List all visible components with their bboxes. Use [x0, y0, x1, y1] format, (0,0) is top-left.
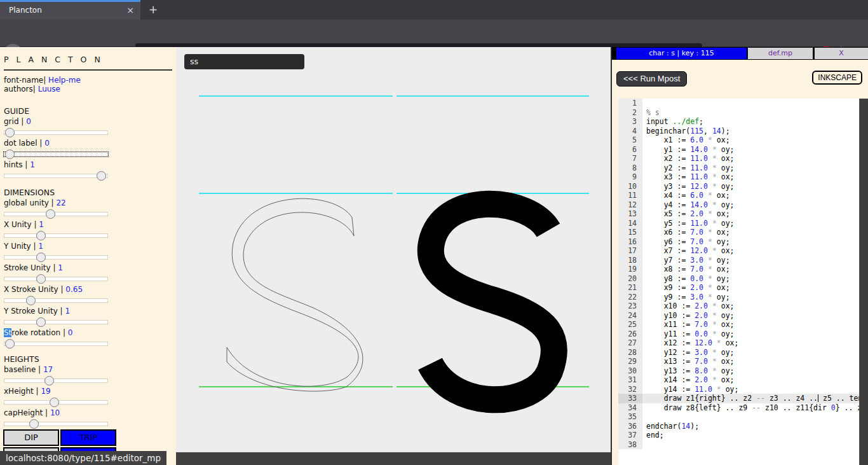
code-line-25[interactable]: 25 x11 := 7.0 * ox; — [618, 320, 860, 330]
code-line-32[interactable]: 32 y14 := 11.0 * oy; — [618, 385, 860, 394]
code-line-36[interactable]: 36endchar(14); — [618, 422, 860, 431]
code-line-10[interactable]: 10 y3 := 12.0 * oy; — [618, 182, 860, 191]
code-scrollbar[interactable] — [859, 99, 868, 465]
button-trip[interactable]: TRIP — [60, 429, 116, 446]
code-line-1[interactable]: 1 — [618, 99, 860, 108]
code-line-18[interactable]: 18 y7 := 3.0 * oy; — [618, 256, 860, 265]
slider-capheight[interactable] — [4, 419, 108, 429]
code-line-23[interactable]: 23 x10 := 2.0 * ox; — [618, 302, 860, 311]
code-line-35[interactable]: 35 — [618, 412, 860, 422]
code-editor[interactable]: 12% s3input ../def;4beginchar(115, 14);5… — [618, 99, 860, 465]
code-line-13[interactable]: 13 x5 := 2.0 * ox; — [618, 209, 860, 219]
code-line-21[interactable]: 21 x9 := 2.0 * ox; — [618, 283, 860, 293]
code-line-11[interactable]: 11 x4 := 6.0 * ox; — [618, 191, 860, 200]
slider-x-stroke-unity[interactable] — [4, 296, 108, 305]
editor-tab-0[interactable]: char : s | key : 115 — [616, 48, 747, 59]
slider-thumb-x-stroke-unity[interactable] — [26, 296, 36, 305]
slider-value-x-unity: 1 — [39, 220, 44, 229]
code-line-22[interactable]: 22 y9 := 3.0 * oy; — [618, 293, 860, 302]
slider-label-stroke-unity: Stroke Unity | 1 — [4, 264, 176, 272]
slider-thumb-stroke-unity[interactable] — [36, 274, 46, 284]
code-line-4[interactable]: 4beginchar(115, 14); — [618, 127, 860, 136]
editor-panel: char : s | key : 115def.mpX <<< Run Mpos… — [611, 47, 868, 465]
code-line-2[interactable]: 2% s — [618, 108, 860, 118]
slider-label-xheight: xHeight | 19 — [4, 387, 176, 396]
slider-thumb-global-unity[interactable] — [46, 209, 55, 219]
slider-global-unity[interactable] — [4, 209, 108, 219]
slider-label-baseline: baseline | 17 — [4, 366, 176, 374]
code-line-9[interactable]: 9 x3 := 11.0 * ox; — [618, 172, 860, 182]
code-line-6[interactable]: 6 y1 := 14.0 * oy; — [618, 145, 860, 155]
slider-x-unity[interactable] — [4, 231, 108, 240]
slider-stroke-unity[interactable] — [4, 274, 108, 284]
code-line-30[interactable]: 30 y13 := 8.0 * oy; — [618, 366, 860, 376]
inkscape-button[interactable]: INKSCAPE — [812, 71, 862, 85]
code-line-28[interactable]: 28 y12 := 3.0 * oy; — [618, 348, 860, 357]
glyph-outline-s — [227, 198, 363, 391]
code-line-20[interactable]: 20 y8 := 0.0 * oy; — [618, 274, 860, 284]
tab-close-icon[interactable]: × — [126, 5, 134, 15]
editor-tab-1[interactable]: def.mp — [748, 48, 813, 59]
slider-label-grid: grid | 0 — [4, 118, 176, 126]
code-line-33[interactable]: 33 draw z1{right} .. z2 -- z3 .. z4 .. z… — [618, 394, 860, 403]
code-line-15[interactable]: 15 x6 := 7.0 * ox; — [618, 228, 860, 237]
code-line-34[interactable]: 34 draw z8{left} .. z9 -- z10 .. z11{dir… — [618, 403, 860, 413]
slider-baseline[interactable] — [4, 376, 108, 385]
run-mpost-button[interactable]: <<< Run Mpost — [616, 71, 687, 87]
slider-label-dot-label: dot label | 0 — [4, 139, 176, 148]
code-line-17[interactable]: 17 x7 := 12.0 * ox; — [618, 246, 860, 256]
new-tab-button[interactable]: + — [145, 3, 161, 18]
code-line-5[interactable]: 5 x1 := 6.0 * ox; — [618, 135, 860, 145]
app-title: P L A N C T O N — [4, 55, 176, 64]
slider-xheight[interactable] — [4, 398, 108, 407]
editor-tab-2[interactable]: X — [815, 48, 868, 59]
code-line-26[interactable]: 26 y11 := 0.0 * oy; — [618, 330, 860, 339]
code-line-3[interactable]: 3input ../def; — [618, 117, 860, 127]
slider-thumb-hints[interactable] — [97, 171, 106, 181]
code-line-8[interactable]: 8 y2 := 11.0 * oy; — [618, 163, 860, 173]
slider-y-stroke-unity[interactable] — [4, 317, 108, 327]
slider-thumb-dot-label[interactable] — [5, 149, 15, 159]
slider-dot-label[interactable] — [4, 149, 108, 159]
glyph-canvas[interactable]: ss — [176, 47, 611, 465]
slider-stroke-rotation[interactable] — [4, 339, 108, 349]
button-dip[interactable]: DIP — [3, 429, 59, 446]
slider-thumb-xheight[interactable] — [50, 398, 59, 407]
slider-label-x-unity: X Unity | 1 — [4, 221, 176, 229]
code-line-27[interactable]: 27 x12 := 12.0 * ox; — [618, 338, 860, 348]
slider-thumb-x-unity[interactable] — [36, 231, 46, 240]
slider-thumb-y-stroke-unity[interactable] — [36, 317, 46, 327]
code-line-16[interactable]: 16 y6 := 7.0 * oy; — [618, 237, 860, 247]
line-number: 23 — [618, 302, 642, 311]
slider-label-hints: hints | 1 — [4, 161, 176, 169]
slider-thumb-baseline[interactable] — [44, 376, 54, 385]
slider-value-dot-label: 0 — [44, 139, 50, 148]
slider-value-stroke-unity: 1 — [58, 263, 63, 272]
slider-row-x-unity: X Unity | 1 — [4, 221, 176, 240]
line-number: 10 — [618, 182, 642, 191]
code-line-14[interactable]: 14 y5 := 11.0 * oy; — [618, 219, 860, 228]
slider-y-unity[interactable] — [4, 253, 108, 262]
slider-thumb-grid[interactable] — [5, 128, 15, 137]
plancton-app: Plancton × + ⓘ localhost :8080/type/115#… — [0, 0, 868, 465]
meta-link[interactable]: Luuse — [38, 85, 60, 94]
line-number: 14 — [618, 219, 642, 228]
code-line-24[interactable]: 24 y10 := 2.0 * oy; — [618, 311, 860, 321]
browser-tab-plancton[interactable]: Plancton × — [0, 0, 140, 20]
code-line-19[interactable]: 19 x8 := 7.0 * ox; — [618, 265, 860, 274]
slider-hints[interactable] — [4, 171, 108, 181]
code-line-37[interactable]: 37end; — [618, 431, 860, 440]
slider-thumb-y-unity[interactable] — [36, 253, 46, 262]
slider-thumb-capheight[interactable] — [29, 419, 39, 429]
code-line-31[interactable]: 31 x14 := 2.0 * ox; — [618, 375, 860, 385]
meta-link[interactable]: Help-me — [48, 76, 81, 85]
code-line-29[interactable]: 29 x13 := 7.0 * ox; — [618, 357, 860, 366]
line-number: 18 — [618, 256, 642, 265]
slider-thumb-stroke-rotation[interactable] — [5, 339, 15, 349]
code-line-12[interactable]: 12 y4 := 14.0 * oy; — [618, 200, 860, 210]
slider-row-xheight: xHeight | 19 — [4, 387, 176, 407]
code-line-38[interactable]: 38 — [618, 440, 860, 450]
code-line-7[interactable]: 7 x2 := 11.0 * ox; — [618, 154, 860, 163]
slider-grid[interactable] — [4, 128, 108, 137]
slider-label-x-stroke-unity: X Stroke Unity | 0.65 — [4, 286, 176, 294]
